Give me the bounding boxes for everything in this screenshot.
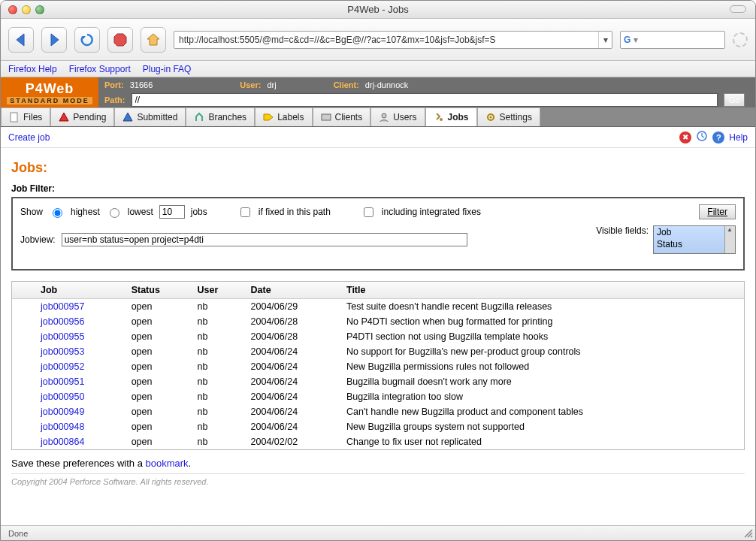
job-link[interactable]: job000957 bbox=[35, 299, 125, 315]
count-input[interactable] bbox=[159, 205, 185, 219]
job-user: nb bbox=[192, 344, 245, 359]
jobview-input[interactable] bbox=[62, 233, 467, 246]
stop-button[interactable] bbox=[107, 27, 133, 53]
tab-label: Pending bbox=[73, 112, 106, 122]
filter-label: Job Filter: bbox=[11, 183, 745, 194]
job-title: Bugzilla bugmail doesn't work any more bbox=[340, 374, 744, 389]
table-row: job000948opennb2004/06/24New Bugzilla gr… bbox=[12, 419, 744, 434]
svg-point-11 bbox=[440, 118, 443, 121]
home-button[interactable] bbox=[141, 27, 166, 53]
svg-marker-0 bbox=[17, 34, 24, 46]
fixed-checkbox[interactable] bbox=[240, 207, 250, 217]
job-user: nb bbox=[192, 314, 245, 329]
search-box[interactable]: G ▾ bbox=[620, 31, 725, 49]
job-link[interactable]: job000949 bbox=[35, 404, 125, 419]
svg-marker-4 bbox=[147, 34, 159, 45]
bookmark-link[interactable]: Firefox Help bbox=[8, 64, 57, 74]
address-bar[interactable]: http://localhost:5505/@md=c&cd=//&c=BgE@… bbox=[174, 31, 612, 49]
filter-box: Show highest lowest jobs if fixed in thi… bbox=[11, 197, 745, 270]
help-link[interactable]: Help bbox=[729, 132, 748, 143]
col-status[interactable]: Status bbox=[125, 282, 192, 299]
col-title[interactable]: Title bbox=[340, 282, 744, 299]
help-icon[interactable]: ? bbox=[712, 131, 724, 144]
client-label: Client: bbox=[334, 80, 359, 89]
filter-button[interactable]: Filter bbox=[699, 204, 736, 219]
resize-grip-icon[interactable] bbox=[743, 528, 754, 539]
show-label: Show bbox=[20, 207, 43, 217]
tab-jobs[interactable]: Jobs bbox=[425, 107, 477, 126]
job-status: open bbox=[125, 374, 192, 389]
tab-pending[interactable]: Pending bbox=[50, 107, 114, 126]
table-row: job000951opennb2004/06/24Bugzilla bugmai… bbox=[12, 374, 744, 389]
job-link[interactable]: job000953 bbox=[35, 344, 125, 359]
go-button[interactable]: Go bbox=[724, 93, 745, 107]
bookmark-link[interactable]: Firefox Support bbox=[69, 64, 131, 74]
col-job[interactable]: Job bbox=[35, 282, 125, 299]
page-heading: Jobs: bbox=[11, 160, 745, 176]
job-date: 2004/06/29 bbox=[245, 299, 340, 315]
job-link[interactable]: job000955 bbox=[35, 329, 125, 344]
client-value: drj-dunnock bbox=[365, 80, 408, 89]
lowest-radio[interactable] bbox=[110, 208, 119, 218]
job-user: nb bbox=[192, 299, 245, 315]
svg-rect-5 bbox=[11, 113, 17, 122]
integrated-checkbox[interactable] bbox=[364, 207, 373, 217]
col-date[interactable]: Date bbox=[245, 282, 340, 299]
job-link[interactable]: job000952 bbox=[35, 359, 125, 374]
bookmark-link-pref[interactable]: bookmark bbox=[146, 458, 189, 469]
table-row: job000950opennb2004/06/24Bugzilla integr… bbox=[12, 389, 744, 404]
job-status: open bbox=[125, 314, 192, 329]
users-icon bbox=[379, 112, 389, 122]
tab-clients[interactable]: Clients bbox=[313, 107, 371, 126]
reload-button[interactable] bbox=[74, 27, 100, 53]
job-link[interactable]: job000950 bbox=[35, 389, 125, 404]
svg-point-13 bbox=[489, 116, 491, 119]
back-button[interactable] bbox=[8, 27, 34, 53]
job-status: open bbox=[125, 404, 192, 419]
page-content: Jobs: Job Filter: Show highest lowest jo… bbox=[1, 148, 755, 491]
list-item[interactable]: Job bbox=[654, 226, 735, 238]
bookmarks-bar: Firefox Help Firefox Support Plug-in FAQ bbox=[1, 61, 755, 77]
tab-settings[interactable]: Settings bbox=[477, 107, 540, 126]
job-link[interactable]: job000864 bbox=[35, 434, 125, 449]
job-link[interactable]: job000948 bbox=[35, 419, 125, 434]
col-user[interactable]: User bbox=[192, 282, 245, 299]
visible-fields-list[interactable]: Job Status bbox=[653, 225, 736, 254]
port-value: 31666 bbox=[130, 80, 153, 89]
path-input[interactable] bbox=[132, 93, 718, 107]
sub-toolbar: Create job ✖ ? Help bbox=[1, 127, 755, 148]
forward-button[interactable] bbox=[41, 27, 67, 53]
clock-icon[interactable] bbox=[696, 130, 708, 144]
bookmark-link[interactable]: Plug-in FAQ bbox=[143, 64, 192, 74]
tab-label: Clients bbox=[335, 112, 363, 122]
job-date: 2004/06/28 bbox=[245, 314, 340, 329]
job-title: New Bugzilla permissions rules not follo… bbox=[340, 359, 744, 374]
job-link[interactable]: job000951 bbox=[35, 374, 125, 389]
tab-labels[interactable]: Labels bbox=[255, 107, 312, 126]
svg-rect-9 bbox=[322, 114, 331, 120]
job-date: 2004/02/02 bbox=[245, 434, 340, 449]
branches-icon bbox=[194, 112, 204, 122]
job-title: No P4DTI section when bug formatted for … bbox=[340, 314, 744, 329]
create-job-link[interactable]: Create job bbox=[8, 132, 50, 143]
highest-radio[interactable] bbox=[53, 208, 62, 218]
files-icon bbox=[9, 112, 20, 122]
job-title: Bugzilla integration too slow bbox=[340, 389, 744, 404]
tab-users[interactable]: Users bbox=[370, 107, 425, 126]
cancel-icon[interactable]: ✖ bbox=[679, 131, 691, 144]
status-text: Done bbox=[8, 529, 28, 538]
url-dropdown-icon[interactable]: ▾ bbox=[598, 32, 612, 48]
toolbar-pill-icon[interactable] bbox=[730, 5, 746, 13]
job-link[interactable]: job000956 bbox=[35, 314, 125, 329]
tab-branches[interactable]: Branches bbox=[186, 107, 255, 126]
tab-submitted[interactable]: Submitted bbox=[114, 107, 186, 126]
clients-icon bbox=[321, 112, 331, 122]
table-row: job000955opennb2004/06/28P4DTI section n… bbox=[12, 329, 744, 344]
p4web-header: P4Web STANDARD MODE Port: 31666 User: dr… bbox=[1, 77, 755, 107]
scrollbar-icon[interactable] bbox=[724, 226, 735, 253]
search-dropdown-icon[interactable]: ▾ bbox=[634, 35, 638, 45]
table-header-row: Job Status User Date Title bbox=[12, 282, 744, 299]
table-row: job000956opennb2004/06/28No P4DTI sectio… bbox=[12, 314, 744, 329]
tab-files[interactable]: Files bbox=[1, 107, 50, 126]
list-item[interactable]: Status bbox=[654, 238, 735, 250]
